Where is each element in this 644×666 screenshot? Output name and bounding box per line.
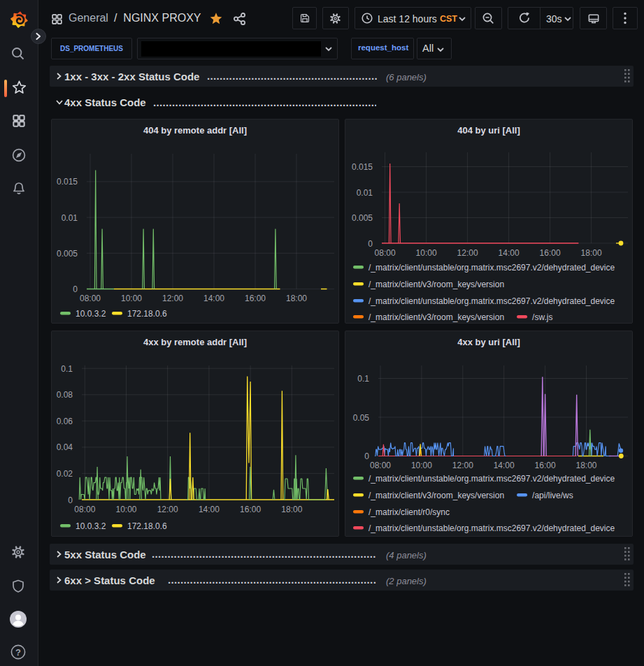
svg-text:0.08: 0.08 xyxy=(57,390,73,400)
svg-text:10:00: 10:00 xyxy=(115,505,136,514)
svg-text:/_matrix/client/unstable/org.m: /_matrix/client/unstable/org.matrix.msc2… xyxy=(368,474,615,484)
svg-text:14:00: 14:00 xyxy=(499,248,520,258)
svg-text:/_matrix/client/unstable/org.m: /_matrix/client/unstable/org.matrix.msc2… xyxy=(368,523,615,533)
svg-text:14:00: 14:00 xyxy=(494,461,515,470)
svg-text:?: ? xyxy=(15,647,21,658)
svg-text:16:00: 16:00 xyxy=(535,461,556,470)
svg-text:0.01: 0.01 xyxy=(62,213,78,223)
svg-text:404 by remote addr [All]: 404 by remote addr [All] xyxy=(143,125,247,136)
svg-text:18:00: 18:00 xyxy=(575,461,596,470)
svg-text:0: 0 xyxy=(73,284,78,294)
svg-text:14:00: 14:00 xyxy=(199,505,220,514)
svg-text:14:00: 14:00 xyxy=(203,294,224,303)
svg-text:10:00: 10:00 xyxy=(121,294,142,303)
svg-text:0: 0 xyxy=(368,239,373,249)
svg-text:0.04: 0.04 xyxy=(57,442,73,452)
svg-text:18:00: 18:00 xyxy=(581,248,602,258)
svg-text:18:00: 18:00 xyxy=(286,294,307,303)
svg-text:/_matrix/client/v3/room_keys/v: /_matrix/client/v3/room_keys/version xyxy=(368,491,504,500)
svg-text:/_matrix/client/r0/sync: /_matrix/client/r0/sync xyxy=(368,507,450,517)
svg-text:12:00: 12:00 xyxy=(157,505,178,514)
svg-text:0.1: 0.1 xyxy=(357,374,369,384)
svg-text:404 by uri [All]: 404 by uri [All] xyxy=(457,125,520,136)
svg-text:0.015: 0.015 xyxy=(352,162,373,172)
svg-text:0.02: 0.02 xyxy=(57,469,73,479)
svg-text:/_matrix/client/unstable/org.m: /_matrix/client/unstable/org.matrix.msc2… xyxy=(368,263,615,273)
svg-text:0.05: 0.05 xyxy=(353,413,370,423)
svg-text:10.0.3.2: 10.0.3.2 xyxy=(76,309,106,319)
svg-text:08:00: 08:00 xyxy=(375,248,396,258)
svg-text:0.06: 0.06 xyxy=(57,417,73,426)
svg-text:12:00: 12:00 xyxy=(162,294,183,303)
svg-text:08:00: 08:00 xyxy=(74,505,95,514)
svg-text:/_matrix/client/unstable/org.m: /_matrix/client/unstable/org.matrix.msc2… xyxy=(368,296,615,306)
svg-text:0.015: 0.015 xyxy=(57,177,78,187)
svg-text:172.18.0.6: 172.18.0.6 xyxy=(127,521,167,531)
svg-text:4xx by remote addr [All]: 4xx by remote addr [All] xyxy=(143,337,247,347)
svg-text:10:00: 10:00 xyxy=(411,461,432,470)
svg-text:12:00: 12:00 xyxy=(457,248,478,258)
svg-text:4xx by uri [All]: 4xx by uri [All] xyxy=(457,337,520,347)
svg-text:0.01: 0.01 xyxy=(357,188,373,198)
svg-text:/_matrix/client/v3/room_keys/v: /_matrix/client/v3/room_keys/version xyxy=(368,280,504,289)
svg-text:18:00: 18:00 xyxy=(281,505,302,514)
svg-text:16:00: 16:00 xyxy=(240,505,261,514)
svg-text:/api/live/ws: /api/live/ws xyxy=(532,491,573,500)
svg-text:10.0.3.2: 10.0.3.2 xyxy=(76,521,106,531)
svg-text:0.005: 0.005 xyxy=(57,249,78,259)
svg-text:172.18.0.6: 172.18.0.6 xyxy=(127,309,167,319)
svg-text:/_matrix/client/v3/room_keys/v: /_matrix/client/v3/room_keys/version xyxy=(368,312,504,322)
svg-text:16:00: 16:00 xyxy=(540,248,561,258)
svg-text:08:00: 08:00 xyxy=(370,461,391,470)
svg-text:12:00: 12:00 xyxy=(452,461,473,470)
svg-text:0: 0 xyxy=(364,451,369,461)
svg-text:16:00: 16:00 xyxy=(245,294,266,303)
svg-text:08:00: 08:00 xyxy=(80,294,101,303)
svg-text:0.1: 0.1 xyxy=(61,364,73,374)
svg-text:0: 0 xyxy=(68,495,73,505)
svg-text:/sw.js: /sw.js xyxy=(532,312,552,322)
svg-text:0.005: 0.005 xyxy=(352,213,373,223)
svg-text:10:00: 10:00 xyxy=(416,248,437,258)
